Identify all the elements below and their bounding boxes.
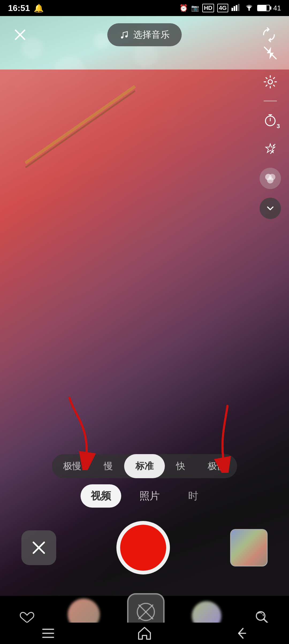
battery-icon bbox=[257, 5, 270, 11]
mode-time[interactable]: 时 bbox=[178, 484, 208, 508]
home-button[interactable] bbox=[136, 625, 153, 641]
camera-indicator-icon: 📷 bbox=[191, 4, 199, 12]
beauty-button[interactable] bbox=[260, 139, 280, 159]
svg-rect-1 bbox=[234, 6, 235, 11]
svg-point-15 bbox=[274, 144, 275, 145]
svg-point-19 bbox=[267, 177, 273, 183]
speed-option-slow[interactable]: 慢 bbox=[93, 454, 124, 478]
mode-video[interactable]: 视频 bbox=[81, 484, 121, 508]
svg-point-8 bbox=[125, 35, 127, 37]
back-button[interactable] bbox=[233, 625, 249, 641]
wifi-icon bbox=[244, 3, 254, 13]
svg-point-14 bbox=[273, 145, 275, 146]
status-left: 16:51 🔔 bbox=[8, 3, 44, 13]
alarm-icon: ⏰ bbox=[179, 4, 188, 12]
notification-icon: 🔔 bbox=[34, 3, 44, 13]
effects-button[interactable] bbox=[260, 168, 281, 189]
speed-bar: 极慢 慢 标准 快 极快 bbox=[52, 454, 237, 478]
menu-button[interactable] bbox=[40, 625, 56, 641]
svg-point-7 bbox=[121, 36, 123, 39]
svg-point-4 bbox=[248, 9, 250, 11]
network-icon: 4G bbox=[217, 4, 228, 12]
record-button[interactable] bbox=[116, 521, 170, 574]
gallery-image bbox=[231, 530, 267, 566]
record-inner bbox=[120, 525, 166, 571]
battery-fill bbox=[258, 5, 267, 11]
speed-option-very-fast[interactable]: 极快 bbox=[196, 454, 237, 478]
speed-option-normal[interactable]: 标准 bbox=[124, 454, 165, 478]
svg-rect-3 bbox=[238, 4, 239, 11]
divider bbox=[264, 101, 277, 101]
system-nav bbox=[0, 623, 289, 644]
svg-point-11 bbox=[268, 80, 272, 84]
mode-photo[interactable]: 照片 bbox=[129, 484, 170, 508]
status-bar: 16:51 🔔 ⏰ 📷 HD 4G 41 bbox=[0, 0, 289, 16]
battery-level: 41 bbox=[273, 4, 281, 12]
cancel-button[interactable] bbox=[21, 530, 56, 565]
signal-icon bbox=[231, 3, 241, 13]
flash-button[interactable] bbox=[260, 43, 280, 63]
svg-rect-2 bbox=[236, 5, 237, 11]
time: 16:51 bbox=[8, 3, 30, 13]
svg-rect-0 bbox=[231, 8, 233, 11]
hd-badge: HD bbox=[202, 4, 214, 12]
right-controls: 3 bbox=[260, 43, 281, 219]
music-label: 选择音乐 bbox=[133, 29, 170, 41]
top-controls: 选择音乐 bbox=[0, 19, 289, 51]
mode-selector: 视频 照片 时 bbox=[0, 484, 289, 508]
status-right: ⏰ 📷 HD 4G 41 bbox=[179, 3, 281, 13]
speed-option-very-slow[interactable]: 极慢 bbox=[52, 454, 93, 478]
timer-button[interactable]: 3 bbox=[260, 110, 280, 130]
music-button[interactable]: 选择音乐 bbox=[107, 23, 182, 46]
flip-camera-button[interactable] bbox=[260, 25, 278, 44]
expand-button[interactable] bbox=[260, 198, 281, 219]
bottom-controls bbox=[0, 505, 289, 591]
gallery-thumbnail[interactable] bbox=[230, 529, 268, 566]
close-button[interactable] bbox=[11, 25, 29, 44]
speed-selector: 极慢 慢 标准 快 极快 bbox=[0, 454, 289, 478]
speed-option-fast[interactable]: 快 bbox=[165, 454, 196, 478]
settings-button[interactable] bbox=[260, 72, 280, 92]
